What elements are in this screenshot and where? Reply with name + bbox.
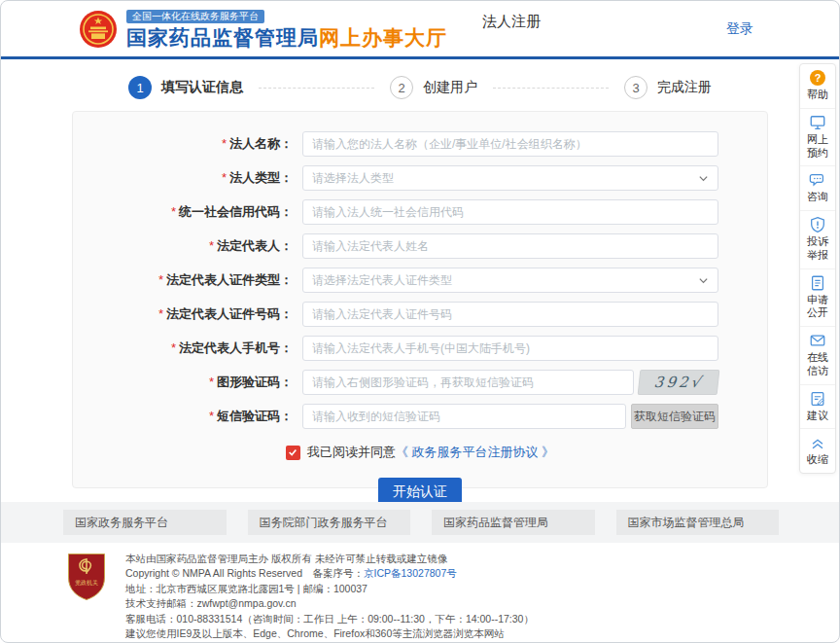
step-3: 3 完成注册 (624, 76, 712, 99)
field-label: *法定代表人手机号： (73, 339, 302, 357)
document-icon (801, 274, 834, 292)
footer-text: 本站由国家药品监督管理局主办 版权所有 未经许可禁止转载或建立镜像 Copyri… (125, 552, 534, 641)
required-asterisk: * (222, 170, 227, 185)
agreement-row: 我已阅读并同意 《 政务服务平台注册协议 》 (73, 444, 767, 461)
collapse-icon (801, 434, 834, 451)
select-placeholder: 请选择法人类型 (312, 170, 394, 187)
select-placeholder: 请选择法定代表人证件类型 (312, 272, 452, 289)
form-row-captcha: *图形验证码： 392√ (73, 370, 767, 395)
site-title-primary: 国家药品监督管理局 (126, 26, 319, 49)
captcha-input[interactable] (302, 370, 634, 395)
footer-line-copyright: Copyright © NMPA All Rights Reserved 备案序… (125, 566, 534, 581)
step-connector (259, 88, 374, 89)
step-1-label: 填写认证信息 (161, 79, 243, 96)
page-title: 法人注册 (482, 13, 541, 45)
footer-links-bar: 国家政务服务平台 国务院部门政务服务平台 国家药品监督管理局 国家市场监督管理总… (1, 502, 840, 543)
chevron-down-icon (698, 275, 709, 286)
icp-license-link[interactable]: 京ICP备13027807号 (364, 567, 457, 579)
required-asterisk: * (158, 306, 163, 321)
agreement-checkbox[interactable] (286, 446, 300, 460)
required-asterisk: * (171, 340, 176, 355)
field-label: *图形验证码： (73, 374, 302, 391)
sidebar-item-help[interactable]: ? 帮助 (800, 64, 835, 109)
shield-alert-icon (801, 216, 834, 233)
captcha-image[interactable]: 392√ (638, 370, 720, 395)
field-label: *短信验证码： (73, 408, 302, 425)
chat-icon (801, 171, 834, 189)
field-label: *法人名称： (73, 135, 302, 153)
step-1-circle: 1 (128, 76, 152, 99)
sidebar-item-suggestion[interactable]: 建议 (800, 385, 835, 430)
id-type-select[interactable]: 请选择法定代表人证件类型 (302, 268, 718, 293)
credit-code-input[interactable] (302, 199, 718, 225)
footer-line-host: 本站由国家药品监督管理局主办 版权所有 未经许可禁止转载或建立镜像 (125, 552, 534, 566)
form-row-sms-code: *短信验证码： 获取短信验证码 (73, 404, 767, 429)
sidebar-item-consult[interactable]: 咨询 (800, 166, 835, 211)
footer-link-national-gov-platform[interactable]: 国家政务服务平台 (63, 510, 227, 535)
site-logo[interactable]: 全国一体化在线政务服务平台 国家药品监督管理局网上办事大厅 (79, 6, 447, 52)
legal-type-select[interactable]: 请选择法人类型 (302, 165, 718, 191)
get-sms-code-button[interactable]: 获取短信验证码 (631, 404, 718, 429)
step-2: 2 创建用户 (390, 76, 477, 99)
check-icon (288, 447, 298, 457)
footer: 党政机关 本站由国家药品监督管理局主办 版权所有 未经许可禁止转载或建立镜像 C… (67, 552, 534, 641)
form-row-id-number: *法定代表人证件号码： (73, 302, 767, 327)
footer-line-hotline: 客服电话：010-88331514（咨询时间：工作日 上午：09:00--11:… (125, 612, 534, 626)
id-number-input[interactable] (302, 302, 718, 327)
field-label: *法定代表人证件号码： (73, 305, 302, 323)
sidebar-item-disclosure[interactable]: 申请 公开 (800, 269, 835, 328)
header: 全国一体化在线政务服务平台 国家药品监督管理局网上办事大厅 法人注册 登录 (1, 1, 839, 59)
footer-link-nmpa[interactable]: 国家药品监督管理局 (432, 510, 595, 535)
footer-line-support-email: 技术支持邮箱：zwfwpt@nmpa.gov.cn (125, 596, 534, 611)
logo-text: 全国一体化在线政务服务平台 国家药品监督管理局网上办事大厅 (126, 6, 447, 52)
platform-badge: 全国一体化在线政务服务平台 (126, 10, 264, 23)
monitor-icon (801, 114, 834, 131)
sms-code-input[interactable] (302, 404, 626, 429)
gov-badge-icon: 党政机关 (67, 552, 106, 602)
footer-line-address: 地址：北京市西城区展览路北露园1号 | 邮编：100037 (125, 582, 534, 596)
page: 全国一体化在线政务服务平台 国家药品监督管理局网上办事大厅 法人注册 登录 1 … (0, 0, 840, 643)
chevron-down-icon (698, 173, 709, 184)
field-label: *法定代表人证件类型： (73, 271, 302, 289)
form-row-legal-name: *法人名称： (73, 131, 767, 157)
mobile-input[interactable] (302, 336, 718, 361)
login-link[interactable]: 登录 (726, 20, 753, 38)
svg-text:党政机关: 党政机关 (75, 579, 98, 587)
required-asterisk: * (158, 272, 163, 287)
step-connector (493, 88, 609, 89)
sidebar-item-complaint[interactable]: 投诉 举报 (800, 211, 835, 269)
step-3-label: 完成注册 (657, 79, 712, 96)
floating-sidebar: ? 帮助 网上 预约 咨询 投诉 举报 申请 公开 (799, 63, 836, 474)
required-asterisk: * (209, 238, 214, 253)
agreement-link[interactable]: 《 政务服务平台注册协议 》 (396, 444, 554, 461)
footer-link-state-council-platform[interactable]: 国务院部门政务服务平台 (248, 510, 411, 535)
sidebar-item-petition[interactable]: 在线 信访 (800, 327, 835, 385)
field-label: *法定代表人： (73, 237, 302, 255)
registration-form: *法人名称： *法人类型： 请选择法人类型 *统一社会信用代码： *法定代表人： (72, 111, 768, 488)
required-asterisk: * (222, 136, 227, 151)
form-row-id-type: *法定代表人证件类型： 请选择法定代表人证件类型 (73, 268, 767, 293)
footer-link-samr[interactable]: 国家市场监督管理总局 (616, 510, 780, 535)
sidebar-item-appointment[interactable]: 网上 预约 (800, 109, 835, 167)
agreement-text: 我已阅读并同意 (307, 444, 396, 461)
site-title: 国家药品监督管理局网上办事大厅 (126, 24, 447, 52)
mail-icon (801, 332, 834, 349)
footer-line-browser-advice: 建议您使用IE9及以上版本、Edge、Chrome、Firefox和360等主流… (125, 626, 534, 641)
required-asterisk: * (209, 409, 214, 423)
representative-input[interactable] (302, 233, 718, 259)
step-1: 1 填写认证信息 (128, 76, 243, 99)
site-title-secondary: 网上办事大厅 (319, 26, 447, 49)
national-emblem-icon (79, 10, 118, 49)
step-indicator: 1 填写认证信息 2 创建用户 3 完成注册 (128, 76, 712, 99)
edit-document-icon (801, 390, 834, 408)
help-icon: ? (801, 69, 834, 87)
step-2-label: 创建用户 (423, 79, 477, 96)
form-row-representative: *法定代表人： (73, 233, 767, 259)
form-row-legal-type: *法人类型： 请选择法人类型 (73, 165, 767, 191)
form-row-credit-code: *统一社会信用代码： (73, 199, 767, 225)
step-3-circle: 3 (624, 76, 648, 99)
sidebar-item-collapse[interactable]: 收缩 (800, 429, 835, 473)
legal-name-input[interactable] (302, 131, 718, 157)
step-2-circle: 2 (390, 76, 413, 99)
required-asterisk: * (209, 375, 214, 389)
